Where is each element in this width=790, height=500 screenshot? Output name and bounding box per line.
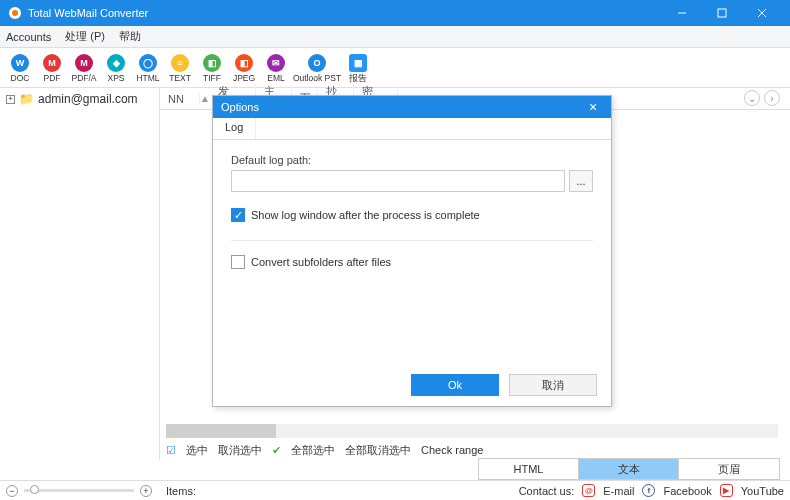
tool-jpeg[interactable]: ◧JPEG — [232, 54, 256, 83]
xps-icon: ◈ — [107, 54, 125, 72]
expand-icon[interactable]: + — [6, 95, 15, 104]
checkrange-label[interactable]: Check range — [421, 444, 483, 456]
tab-header[interactable]: 页眉 — [679, 459, 779, 479]
nav-down-icon[interactable]: ⌄ — [744, 90, 760, 106]
selection-row: ☑ 选中 取消选中 ✔ 全部选中 全部取消选中 Check range — [160, 440, 790, 460]
show-log-checkbox-row[interactable]: ✓ Show log window after the process is c… — [231, 208, 593, 222]
contact-row: Contact us: @ E-mail f Facebook ▶ YouTub… — [519, 484, 784, 497]
svg-rect-3 — [718, 9, 726, 17]
preview-tabs: HTML 文本 页眉 — [478, 458, 780, 480]
default-log-path-label: Default log path: — [231, 154, 593, 166]
ok-button[interactable]: Ok — [411, 374, 499, 396]
horizontal-scrollbar[interactable] — [166, 424, 778, 438]
xps-label: XPS — [107, 73, 124, 83]
text-label: TEXT — [169, 73, 191, 83]
menu-accounts[interactable]: Accounts — [6, 31, 51, 43]
dialog-title: Options — [221, 101, 259, 113]
facebook-icon: f — [642, 484, 655, 497]
tree-account-label: admin@gmail.com — [38, 92, 138, 106]
tool-outlookpst[interactable]: OOutlook PST — [296, 54, 338, 83]
svg-point-1 — [12, 10, 18, 16]
selectall-label[interactable]: 全部选中 — [291, 443, 335, 458]
report-label: 报告 — [349, 73, 367, 83]
tool-text[interactable]: ≡TEXT — [168, 54, 192, 83]
tool-tiff[interactable]: ◧TIFF — [200, 54, 224, 83]
col-nn[interactable]: NN — [160, 93, 200, 105]
tool-report[interactable]: ▦报告 — [346, 54, 370, 83]
options-dialog: Options × Log Default log path: ... ✓ Sh… — [212, 95, 612, 407]
zoom-plus-icon[interactable]: + — [140, 485, 152, 497]
deselect-label[interactable]: 取消选中 — [218, 443, 262, 458]
facebook-link[interactable]: Facebook — [663, 485, 711, 497]
zoom-slider[interactable] — [24, 489, 134, 492]
doc-label: DOC — [11, 73, 30, 83]
jpeg-icon: ◧ — [235, 54, 253, 72]
report-icon: ▦ — [349, 54, 367, 72]
nav-right-icon[interactable]: › — [764, 90, 780, 106]
menubar: Accounts 处理 (P) 帮助 — [0, 26, 790, 48]
tiff-icon: ◧ — [203, 54, 221, 72]
doc-icon: W — [11, 54, 29, 72]
tab-text[interactable]: 文本 — [579, 459, 679, 479]
list-bottom — [160, 422, 790, 440]
convert-subfolders-label: Convert subfolders after files — [251, 256, 391, 268]
convert-subfolders-row[interactable]: Convert subfolders after files — [231, 255, 593, 269]
tool-pdf[interactable]: MPDF — [40, 54, 64, 83]
dialog-tab-log[interactable]: Log — [213, 118, 256, 139]
scrollbar-thumb[interactable] — [166, 424, 276, 438]
tool-doc[interactable]: WDOC — [8, 54, 32, 83]
outlookpst-icon: O — [308, 54, 326, 72]
close-button[interactable] — [742, 0, 782, 26]
menu-process[interactable]: 处理 (P) — [65, 29, 105, 44]
app-title: Total WebMail Converter — [28, 7, 662, 19]
show-log-checkbox[interactable]: ✓ — [231, 208, 245, 222]
convert-subfolders-checkbox[interactable] — [231, 255, 245, 269]
sort-icon: ▲ — [200, 93, 210, 104]
cancel-button[interactable]: 取消 — [509, 374, 597, 396]
youtube-link[interactable]: YouTube — [741, 485, 784, 497]
tool-html[interactable]: ◯HTML — [136, 54, 160, 83]
minimize-button[interactable] — [662, 0, 702, 26]
dialog-titlebar: Options × — [213, 96, 611, 118]
tab-html[interactable]: HTML — [479, 459, 579, 479]
contact-label: Contact us: — [519, 485, 575, 497]
zoom-thumb[interactable] — [30, 485, 39, 494]
tiff-label: TIFF — [203, 73, 221, 83]
pdfa-icon: M — [75, 54, 93, 72]
jpeg-label: JPEG — [233, 73, 255, 83]
folder-icon: 📁 — [19, 92, 34, 106]
dialog-close-button[interactable]: × — [583, 99, 603, 115]
email-link[interactable]: E-mail — [603, 485, 634, 497]
maximize-button[interactable] — [702, 0, 742, 26]
dialog-body: Default log path: ... ✓ Show log window … — [213, 140, 611, 301]
text-icon: ≡ — [171, 54, 189, 72]
show-log-label: Show log window after the process is com… — [251, 209, 480, 221]
toolbar: WDOCMPDFMPDF/A◈XPS◯HTML≡TEXT◧TIFF◧JPEG✉E… — [0, 48, 790, 88]
pdfa-label: PDF/A — [71, 73, 96, 83]
app-icon — [8, 6, 22, 20]
items-label: Items: — [166, 485, 196, 497]
tool-eml[interactable]: ✉EML — [264, 54, 288, 83]
tree-account-row[interactable]: + 📁 admin@gmail.com — [6, 92, 153, 106]
deselectall-label[interactable]: 全部取消选中 — [345, 443, 411, 458]
zoom-minus-icon[interactable]: − — [6, 485, 18, 497]
divider — [231, 240, 593, 241]
eml-label: EML — [267, 73, 284, 83]
email-icon: @ — [582, 484, 595, 497]
pdf-label: PDF — [44, 73, 61, 83]
eml-icon: ✉ — [267, 54, 285, 72]
menu-help[interactable]: 帮助 — [119, 29, 141, 44]
nav-arrows: ⌄ › — [744, 90, 780, 106]
check-all-icon: ✔ — [272, 444, 281, 457]
pdf-icon: M — [43, 54, 61, 72]
browse-button[interactable]: ... — [569, 170, 593, 192]
html-label: HTML — [136, 73, 159, 83]
tool-pdfa[interactable]: MPDF/A — [72, 54, 96, 83]
tool-xps[interactable]: ◈XPS — [104, 54, 128, 83]
tree-pane: + 📁 admin@gmail.com — [0, 88, 160, 460]
statusbar: − + Items: Contact us: @ E-mail f Facebo… — [0, 480, 790, 500]
dialog-tabs: Log — [213, 118, 611, 140]
log-path-input[interactable] — [231, 170, 565, 192]
check-icon: ☑ — [166, 444, 176, 457]
select-label[interactable]: 选中 — [186, 443, 208, 458]
